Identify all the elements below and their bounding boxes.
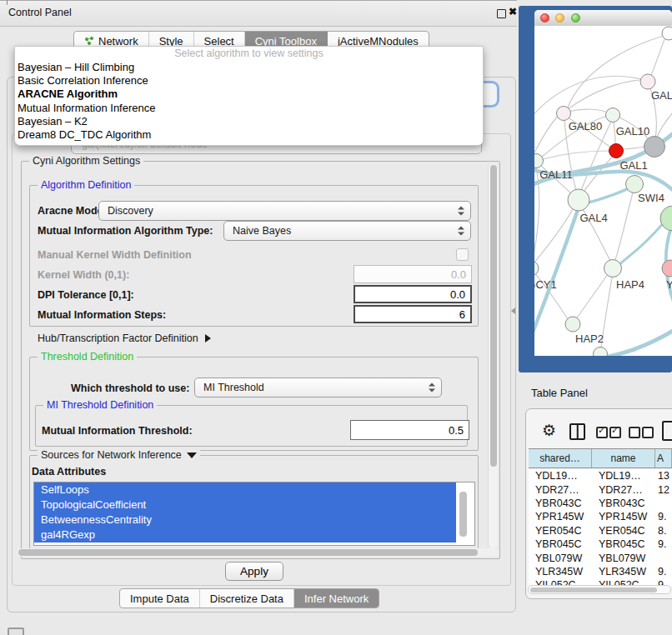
tab-infer-network[interactable]: Infer Network [294, 589, 379, 608]
scrollbar-thumb[interactable] [530, 588, 657, 593]
scrollbar-thumb[interactable] [490, 165, 497, 467]
algorithm-dropdown-popup: Select algorithm to view settings Bayesi… [14, 46, 484, 146]
dpi-tolerance-label: DPI Tolerance [0,1]: [38, 289, 134, 301]
sources-group-title[interactable]: Sources for Network Inference [38, 449, 200, 461]
page-icon[interactable] [662, 421, 672, 441]
network-node[interactable] [662, 260, 672, 277]
table-row[interactable]: YER054CYER054C8. [529, 524, 672, 538]
manual-kernel-checkbox[interactable] [456, 248, 469, 261]
collapsed-panel-icon[interactable] [8, 628, 24, 635]
network-edge [615, 218, 668, 268]
algorithm-option[interactable]: Mutual Information Inference [15, 102, 483, 115]
which-threshold-label: Which threshold to use: [71, 382, 189, 394]
scrollbar-thumb[interactable] [18, 549, 478, 556]
algorithm-option[interactable]: ARACNE Algorithm [15, 88, 483, 101]
check-mark: ✓ [611, 425, 619, 436]
network-node[interactable] [557, 107, 571, 121]
algorithm-option[interactable]: Dream8 DC_TDC Algorithm [15, 128, 483, 142]
table-cell: YER054C [529, 525, 592, 537]
table-row[interactable]: YBL079WYBL079W [529, 551, 672, 564]
column-header-partial[interactable]: A [655, 449, 672, 468]
column-layout-icon[interactable] [569, 423, 585, 440]
checked-checkbox-icon[interactable]: ✓ [596, 427, 608, 438]
data-attribute-item[interactable]: SelfLoops [34, 482, 456, 498]
table-cell: YBR045C [529, 538, 592, 550]
table-cell: 13 [655, 470, 672, 482]
settings-vertical-scrollbar[interactable] [488, 163, 498, 548]
table-horizontal-scrollbar[interactable] [528, 585, 671, 594]
table-row[interactable]: YPR145WYPR145W9. [529, 510, 672, 523]
dpi-tolerance-field[interactable]: 0.0 [354, 285, 472, 303]
network-node[interactable] [568, 189, 589, 211]
column-header-shared-name[interactable]: shared… [529, 449, 592, 468]
stepper-arrows-icon [429, 383, 435, 392]
data-attribute-item[interactable]: BetweennessCentrality [34, 512, 456, 528]
data-attribute-item[interactable]: gal4RGexp [34, 528, 456, 542]
tab-impute-data[interactable]: Impute Data [120, 589, 200, 608]
network-node[interactable] [609, 144, 624, 158]
mi-type-value: Naive Bayes [233, 225, 291, 237]
network-node[interactable] [534, 154, 544, 168]
table-cell: YLR345W [592, 566, 655, 578]
algorithm-definition-title: Algorithm Definition [38, 179, 134, 191]
zoom-traffic-light-icon[interactable] [571, 13, 580, 22]
network-edge [543, 151, 609, 159]
close-traffic-light-icon[interactable] [540, 13, 549, 22]
table-row[interactable]: YLR345WYLR345W9. [529, 565, 672, 578]
mi-threshold-field[interactable]: 0.5 [350, 420, 469, 440]
network-node[interactable] [606, 108, 620, 122]
minimize-traffic-light-icon[interactable] [555, 13, 564, 22]
unchecked-checkbox-icon[interactable] [629, 427, 640, 438]
network-node[interactable] [604, 260, 622, 278]
network-window-titlebar[interactable] [534, 10, 672, 27]
check-mark: ✓ [598, 425, 605, 436]
table-row[interactable]: YBR045CYBR045C9. [529, 538, 672, 551]
apply-button[interactable]: Apply [225, 562, 283, 581]
table-row[interactable]: YBR043CYBR043C [529, 497, 672, 510]
network-node[interactable] [662, 27, 672, 40]
popup-prompt: Select algorithm to view settings [15, 47, 483, 61]
network-node[interactable] [565, 317, 580, 332]
kernel-width-label: Kernel Width (0,1): [38, 269, 129, 281]
algorithm-option[interactable]: Bayesian – K2 [15, 115, 483, 128]
settings-horizontal-scrollbar[interactable] [17, 548, 499, 557]
kernel-width-field[interactable]: 0.0 [354, 265, 472, 283]
data-attributes-label: Data Attributes [32, 466, 106, 478]
network-canvas[interactable]: GALGAL80GAL10GAL1GAL11SWI4GAL4GCY1HAP4YH… [534, 26, 672, 356]
data-attributes-list[interactable]: SelfLoopsTopologicalCoefficientBetweenne… [33, 482, 475, 546]
mi-steps-field[interactable]: 6 [354, 305, 472, 323]
gear-icon[interactable]: ⚙ [542, 421, 556, 440]
table-row[interactable]: YDL19…YDL19…13 [529, 469, 672, 482]
network-node[interactable] [594, 348, 608, 357]
algorithm-option-list: Bayesian – Hill ClimbingBasic Correlatio… [15, 61, 483, 142]
algorithm-option[interactable]: Basic Correlation Inference [15, 74, 483, 88]
network-node-label: GAL80 [569, 120, 602, 132]
which-threshold-combo[interactable]: MI Threshold [194, 378, 442, 398]
data-attribute-item[interactable]: TopologicalCoefficient [34, 498, 456, 512]
list-scrollbar-thumb[interactable] [459, 492, 467, 537]
network-node[interactable] [660, 206, 672, 231]
table-cell: 9. [655, 538, 672, 550]
tab-discretize-data[interactable]: Discretize Data [200, 589, 294, 608]
table-cell: YDL19… [529, 470, 592, 482]
aracne-mode-combo[interactable]: Discovery [98, 201, 471, 221]
unchecked-checkbox-icon[interactable] [642, 427, 654, 438]
network-node[interactable] [626, 176, 644, 193]
float-window-icon[interactable] [497, 9, 506, 18]
network-window[interactable]: GALGAL80GAL10GAL1GAL11SWI4GAL4GCY1HAP4YH… [534, 10, 672, 356]
table-row[interactable]: YDR27…YDR27…12 [529, 482, 672, 496]
table-cell: YBL079W [529, 552, 592, 564]
network-node[interactable] [640, 74, 655, 89]
tab-label: Discretize Data [210, 592, 283, 605]
network-node[interactable] [644, 137, 665, 158]
checked-checkbox-icon[interactable]: ✓ [609, 427, 621, 438]
network-node[interactable] [534, 261, 539, 276]
splitter-collapse-icon[interactable] [511, 308, 515, 314]
network-edge [568, 80, 641, 109]
hub-definition-toggle[interactable]: Hub/Transcription Factor Definition [38, 332, 211, 344]
mi-steps-label: Mutual Information Steps: [38, 309, 166, 321]
close-icon[interactable]: ✖ [509, 6, 517, 18]
mi-type-combo[interactable]: Naive Bayes [223, 221, 471, 241]
algorithm-option[interactable]: Bayesian – Hill Climbing [15, 61, 483, 74]
column-header-name[interactable]: name [592, 449, 655, 468]
